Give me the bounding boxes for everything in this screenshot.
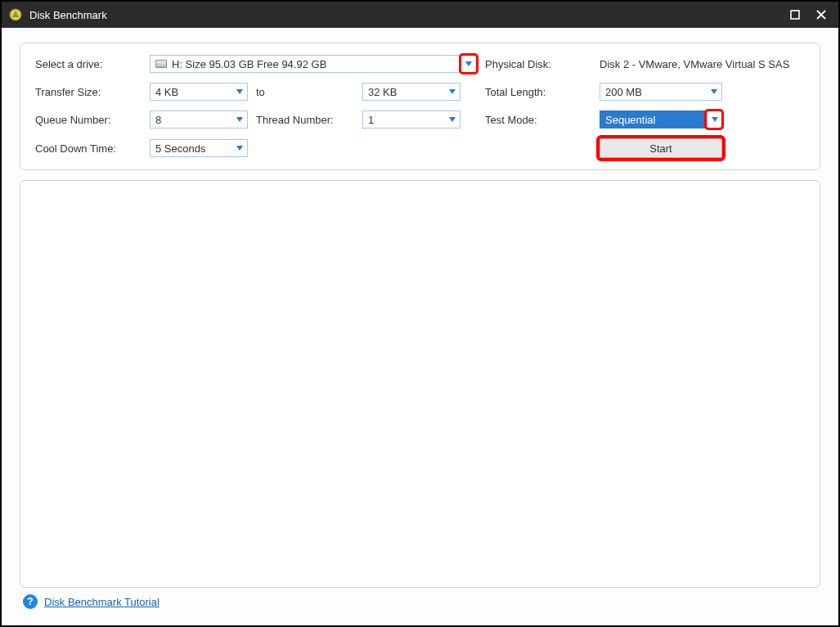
label-select-drive: Select a drive: — [35, 58, 141, 70]
queue-number-select[interactable]: 8 — [150, 111, 248, 129]
label-transfer-size: Transfer Size: — [35, 86, 141, 98]
settings-panel: Select a drive: H: Size 95.03 GB Free 94… — [20, 43, 820, 170]
footer: ? Disk Benchmark Tutorial — [20, 588, 820, 611]
chevron-down-icon — [707, 83, 721, 100]
drive-select-value: H: Size 95.03 GB Free 94.92 GB — [172, 58, 326, 70]
label-test-mode: Test Mode: — [485, 114, 591, 126]
label-physical-disk: Physical Disk: — [485, 58, 591, 70]
physical-disk-value: Disk 2 - VMware, VMware Virtual S SAS — [600, 58, 805, 70]
chevron-down-icon — [445, 83, 460, 100]
label-total-length: Total Length: — [485, 86, 591, 98]
start-button-label: Start — [649, 142, 672, 155]
client-area: Select a drive: H: Size 95.03 GB Free 94… — [2, 28, 838, 625]
transfer-to-value: 32 KB — [368, 86, 397, 98]
chevron-down-icon — [232, 140, 247, 156]
chevron-down-icon — [461, 56, 476, 72]
titlebar: Disk Benchmark — [2, 2, 838, 28]
window-title: Disk Benchmark — [29, 9, 784, 21]
chevron-down-icon — [232, 83, 247, 100]
maximize-button[interactable] — [784, 6, 806, 24]
tutorial-link[interactable]: Disk Benchmark Tutorial — [44, 596, 159, 608]
label-cool-down: Cool Down Time: — [35, 142, 141, 155]
cool-down-select[interactable]: 5 Seconds — [150, 139, 248, 157]
thread-number-select[interactable]: 1 — [362, 111, 460, 129]
test-mode-value: Sequential — [605, 114, 655, 126]
total-length-select[interactable]: 200 MB — [600, 83, 722, 101]
thread-number-value: 1 — [368, 114, 374, 126]
label-queue-number: Queue Number: — [35, 114, 141, 126]
test-mode-select[interactable]: Sequential — [600, 111, 722, 129]
transfer-size-from[interactable]: 4 KB — [150, 83, 248, 101]
help-icon[interactable]: ? — [23, 594, 38, 609]
results-panel — [20, 180, 820, 588]
help-glyph: ? — [27, 596, 33, 607]
app-icon — [8, 7, 23, 22]
drive-select[interactable]: H: Size 95.03 GB Free 94.92 GB — [150, 55, 477, 73]
chevron-down-icon — [445, 111, 460, 128]
start-button[interactable]: Start — [600, 138, 722, 158]
cool-down-value: 5 Seconds — [155, 142, 205, 155]
results-empty — [35, 192, 805, 575]
transfer-from-value: 4 KB — [155, 86, 178, 98]
chevron-down-icon — [707, 111, 721, 128]
chevron-down-icon — [232, 111, 247, 128]
label-to: to — [248, 86, 362, 98]
close-button[interactable] — [811, 6, 832, 24]
transfer-size-to[interactable]: 32 KB — [362, 83, 460, 101]
drive-icon — [155, 60, 167, 68]
queue-number-value: 8 — [155, 114, 161, 126]
total-length-value: 200 MB — [605, 86, 642, 98]
label-thread-number: Thread Number: — [248, 114, 362, 126]
svg-rect-1 — [791, 11, 799, 19]
